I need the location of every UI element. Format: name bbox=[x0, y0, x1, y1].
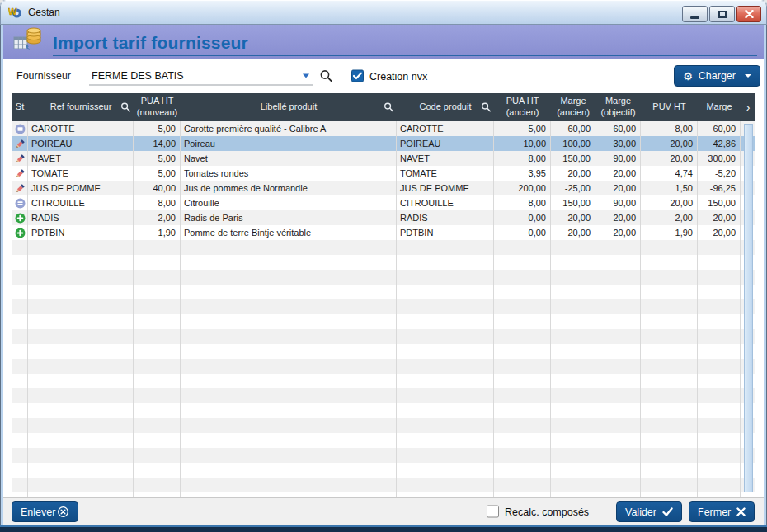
table-row[interactable]: PDTBIN1,90Pomme de terre Bintje véritabl… bbox=[12, 225, 755, 240]
search-icon[interactable] bbox=[481, 102, 492, 113]
cell-marge_old[interactable]: 150,00 bbox=[551, 195, 595, 210]
cell-pua_old[interactable]: 200,00 bbox=[494, 181, 551, 195]
cell-pua_new[interactable]: 40,00 bbox=[134, 181, 181, 195]
scroll-columns-right-button[interactable]: › bbox=[741, 93, 755, 121]
cell-puv[interactable]: 1,50 bbox=[641, 181, 698, 195]
vertical-scrollbar[interactable] bbox=[744, 124, 753, 492]
cell-marge_obj[interactable]: 60,00 bbox=[595, 121, 641, 136]
cell-pua_old[interactable]: 0,00 bbox=[494, 210, 551, 225]
cell-marge_obj[interactable]: 20,00 bbox=[595, 225, 641, 240]
cell-puv[interactable]: 20,00 bbox=[641, 195, 698, 210]
cell-status[interactable] bbox=[12, 225, 28, 240]
cell-puv[interactable]: 20,00 bbox=[641, 151, 698, 166]
column-header-puv[interactable]: PUV HT bbox=[641, 93, 698, 121]
cell-puv[interactable]: 8,00 bbox=[641, 121, 698, 136]
cell-ref[interactable]: TOMATE bbox=[28, 166, 134, 181]
cell-marge_old[interactable]: 60,00 bbox=[551, 121, 595, 136]
cell-code[interactable]: RADIS bbox=[397, 210, 494, 225]
cell-status[interactable] bbox=[12, 195, 28, 210]
cell-code[interactable]: POIREAU bbox=[397, 136, 494, 151]
maximize-button[interactable] bbox=[709, 6, 735, 22]
cell-libelle[interactable]: Citrouille bbox=[181, 195, 397, 210]
cell-marge_old[interactable]: 20,00 bbox=[551, 210, 595, 225]
cell-libelle[interactable]: Pomme de terre Bintje véritable bbox=[181, 225, 397, 240]
column-header-pua_new[interactable]: PUA HT(nouveau) bbox=[134, 93, 181, 121]
cell-code[interactable]: NAVET bbox=[397, 151, 494, 166]
cell-pua_new[interactable]: 5,00 bbox=[134, 166, 181, 181]
table-row[interactable]: TOMATE5,00Tomates rondesTOMATE3,9520,002… bbox=[12, 166, 755, 181]
cell-marge[interactable]: 60,00 bbox=[698, 121, 741, 136]
cell-marge[interactable]: 42,86 bbox=[698, 136, 741, 151]
search-icon[interactable] bbox=[319, 69, 333, 83]
cell-status[interactable] bbox=[12, 121, 28, 136]
cell-status[interactable] bbox=[12, 151, 28, 166]
table-row[interactable]: POIREAU14,00PoireauPOIREAU10,00100,0030,… bbox=[12, 136, 755, 151]
cell-pua_old[interactable]: 10,00 bbox=[494, 136, 551, 151]
cell-status[interactable] bbox=[12, 166, 28, 181]
cell-ref[interactable]: CITROUILLE bbox=[28, 195, 134, 210]
cell-ref[interactable]: NAVET bbox=[28, 151, 134, 166]
cell-marge_obj[interactable]: 30,00 bbox=[595, 136, 641, 151]
table-row[interactable]: CAROTTE5,00Carotte première qualité - Ca… bbox=[12, 121, 755, 136]
cell-marge[interactable]: 150,00 bbox=[698, 195, 741, 210]
table-row[interactable]: NAVET5,00NavetNAVET8,00150,0090,0020,003… bbox=[12, 151, 755, 166]
cell-ref[interactable]: CAROTTE bbox=[28, 121, 134, 136]
cell-pua_new[interactable]: 5,00 bbox=[134, 151, 181, 166]
cell-marge_obj[interactable]: 20,00 bbox=[595, 210, 641, 225]
cell-ref[interactable]: RADIS bbox=[28, 210, 134, 225]
cell-pua_new[interactable]: 1,90 bbox=[134, 225, 181, 240]
cell-libelle[interactable]: Jus de pommes de Normandie bbox=[181, 181, 397, 195]
cell-libelle[interactable]: Tomates rondes bbox=[181, 166, 397, 181]
cell-marge_obj[interactable]: 20,00 bbox=[595, 166, 641, 181]
cell-puv[interactable]: 1,90 bbox=[641, 225, 698, 240]
cell-pua_new[interactable]: 14,00 bbox=[134, 136, 181, 151]
cell-ref[interactable]: JUS DE POMME bbox=[28, 181, 134, 195]
cell-libelle[interactable]: Poireau bbox=[181, 136, 397, 151]
cell-marge[interactable]: -96,25 bbox=[698, 181, 741, 195]
cell-ref[interactable]: PDTBIN bbox=[28, 225, 134, 240]
column-header-pua_old[interactable]: PUA HT(ancien) bbox=[494, 93, 551, 121]
cell-marge_old[interactable]: 150,00 bbox=[551, 151, 595, 166]
cell-status[interactable] bbox=[12, 210, 28, 225]
cell-libelle[interactable]: Radis de Paris bbox=[181, 210, 397, 225]
search-icon[interactable] bbox=[384, 102, 394, 113]
cell-code[interactable]: PDTBIN bbox=[397, 225, 494, 240]
cell-marge[interactable]: 20,00 bbox=[698, 225, 741, 240]
table-row[interactable]: CITROUILLE8,00CitrouilleCITROUILLE8,0015… bbox=[12, 195, 755, 210]
column-header-marge[interactable]: Marge bbox=[698, 93, 741, 121]
cell-pua_old[interactable]: 5,00 bbox=[494, 121, 551, 136]
cell-marge[interactable]: -5,20 bbox=[698, 166, 741, 181]
cell-puv[interactable]: 2,00 bbox=[641, 210, 698, 225]
cell-code[interactable]: JUS DE POMME bbox=[397, 181, 494, 195]
enlever-button[interactable]: Enlever bbox=[12, 501, 78, 522]
column-header-marge_obj[interactable]: Marge(objectif) bbox=[595, 93, 641, 121]
cell-marge_obj[interactable]: 90,00 bbox=[595, 151, 641, 166]
valider-button[interactable]: Valider bbox=[616, 501, 682, 522]
cell-marge_obj[interactable]: 20,00 bbox=[595, 181, 641, 195]
cell-code[interactable]: CITROUILLE bbox=[397, 195, 494, 210]
cell-code[interactable]: CAROTTE bbox=[397, 121, 494, 136]
cell-marge[interactable]: 300,00 bbox=[698, 151, 741, 166]
cell-code[interactable]: TOMATE bbox=[397, 166, 494, 181]
cell-status[interactable] bbox=[12, 181, 28, 195]
table-row[interactable]: RADIS2,00Radis de ParisRADIS0,0020,0020,… bbox=[12, 210, 755, 225]
cell-status[interactable] bbox=[12, 136, 28, 151]
cell-ref[interactable]: POIREAU bbox=[28, 136, 134, 151]
cell-pua_old[interactable]: 3,95 bbox=[494, 166, 551, 181]
cell-pua_new[interactable]: 8,00 bbox=[134, 195, 181, 210]
cell-marge_old[interactable]: 100,00 bbox=[551, 136, 595, 151]
cell-marge[interactable]: 20,00 bbox=[698, 210, 741, 225]
table-row[interactable]: JUS DE POMME40,00Jus de pommes de Norman… bbox=[12, 181, 755, 195]
cell-puv[interactable]: 4,74 bbox=[641, 166, 698, 181]
cell-pua_old[interactable]: 0,00 bbox=[494, 225, 551, 240]
titlebar[interactable]: W Gestan bbox=[0, 0, 767, 25]
cell-marge_old[interactable]: 20,00 bbox=[551, 225, 595, 240]
search-icon[interactable] bbox=[120, 102, 131, 113]
minimize-button[interactable] bbox=[682, 6, 708, 22]
cell-puv[interactable]: 20,00 bbox=[641, 136, 698, 151]
close-button[interactable] bbox=[736, 6, 761, 22]
column-header-code[interactable]: Code produit bbox=[397, 93, 494, 121]
cell-marge_old[interactable]: -25,00 bbox=[551, 181, 595, 195]
cell-pua_new[interactable]: 5,00 bbox=[134, 121, 181, 136]
cell-pua_old[interactable]: 8,00 bbox=[494, 151, 551, 166]
